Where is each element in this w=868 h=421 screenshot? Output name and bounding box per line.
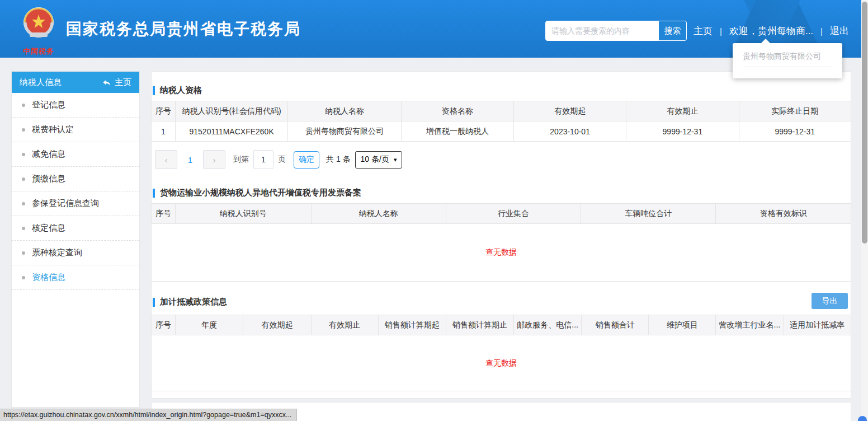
sidebar: 纳税人信息 主页 登记信息税费种认定减免信息预缴信息参保登记信息查询核定信息票种… (11, 71, 140, 408)
link-preview-status-bar: https://etax.guizhou.chinatax.gov.cn/xxm… (0, 409, 297, 421)
table-cell: 增值税一般纳税人 (401, 121, 513, 142)
sidebar-header: 纳税人信息 主页 (12, 72, 139, 93)
title-accent-bar (153, 298, 155, 307)
column-header: 有效期起 (243, 315, 311, 335)
sidebar-item-label: 资格信息 (32, 272, 65, 283)
sidebar-item[interactable]: 资格信息 (12, 265, 139, 290)
top-nav: 主页 | 欢迎，贵州每物商... | 退出 (694, 25, 849, 38)
goto-suffix-label: 页 (278, 155, 286, 165)
table-cell: 贵州每物商贸有限公司 (288, 121, 402, 142)
column-header: 年度 (176, 315, 243, 335)
title-accent-bar (153, 86, 155, 95)
sidebar-item[interactable]: 参保登记信息查询 (12, 191, 139, 216)
header-search: 搜索 (545, 21, 687, 41)
column-header: 纳税人识别号 (176, 204, 312, 224)
column-header: 序号 (152, 101, 176, 121)
column-header: 纳税人名称 (311, 204, 446, 224)
main-panel: 纳税人资格 序号纳税人识别号(社会信用代码)纳税人名称资格名称有效期起有效期止实… (151, 71, 851, 399)
column-header: 行业集合 (446, 204, 581, 224)
bullet-icon (22, 153, 25, 156)
sidebar-item-label: 核定信息 (32, 223, 65, 233)
prev-page-button[interactable]: ‹ (155, 150, 177, 169)
column-header: 销售额合计 (582, 315, 649, 335)
page-number-input[interactable] (253, 150, 273, 169)
column-header: 有效期止 (311, 315, 378, 335)
sidebar-item[interactable]: 减免信息 (12, 142, 139, 167)
search-button[interactable]: 搜索 (658, 21, 686, 40)
column-header: 邮政服务、电信... (514, 315, 582, 335)
scrollbar-thumb[interactable] (862, 2, 867, 244)
bullet-icon (22, 276, 25, 279)
sidebar-item[interactable]: 核定信息 (12, 216, 139, 241)
nav-logout-link[interactable]: 退出 (830, 25, 849, 38)
floating-widget[interactable] (858, 416, 867, 421)
sidebar-item[interactable]: 预缴信息 (12, 167, 139, 191)
total-count-label: 共 1 条 (326, 155, 351, 165)
column-header: 资格有效标识 (716, 204, 851, 224)
site-title: 国家税务总局贵州省电子税务局 (66, 18, 301, 40)
column-header: 纳税人识别号(社会信用代码) (176, 101, 288, 121)
section-title-deduction-policy: 加计抵减政策信息 (153, 297, 227, 307)
bullet-icon (22, 251, 25, 255)
no-data-text: 查无数据 (152, 335, 851, 391)
bullet-icon (22, 202, 25, 205)
qualification-table: 序号纳税人识别号(社会信用代码)纳税人名称资格名称有效期起有效期止实际终止日期1… (152, 101, 851, 142)
column-header: 实际终止日期 (739, 101, 851, 121)
current-page[interactable]: 1 (177, 155, 203, 165)
company-name[interactable]: 贵州每物商贸有限公司 (733, 43, 842, 62)
sidebar-item[interactable]: 税费种认定 (12, 118, 139, 142)
page-scrollbar[interactable] (861, 0, 868, 421)
next-page-button[interactable]: › (203, 150, 225, 169)
sidebar-item-label: 参保登记信息查询 (32, 198, 99, 209)
sidebar-menu: 登记信息税费种认定减免信息预缴信息参保登记信息查询核定信息票种核定查询资格信息 (12, 93, 139, 290)
column-header: 车辆吨位合计 (581, 204, 716, 224)
column-header: 销售额计算期止 (446, 315, 513, 335)
table-cell: 9999-12-31 (739, 121, 851, 142)
popup-arrow (761, 39, 771, 44)
sidebar-item-label: 减免信息 (32, 149, 65, 160)
page-size-select[interactable]: 10 条/页 ▾ (355, 151, 403, 169)
sidebar-title: 纳税人信息 (20, 77, 62, 88)
table-cell: 2023-10-01 (514, 121, 626, 142)
column-header: 维护项目 (649, 315, 716, 335)
column-header: 适用加计抵减率 (784, 315, 851, 335)
export-button[interactable]: 导出 (812, 293, 848, 309)
sidebar-item[interactable]: 票种核定查询 (12, 241, 139, 265)
deduction-policy-table: 序号年度有效期起有效期止销售额计算期起销售额计算期止邮政服务、电信...销售额合… (152, 315, 851, 391)
sidebar-item-label: 税费种认定 (32, 124, 74, 135)
sidebar-item[interactable]: 登记信息 (12, 93, 139, 118)
nav-home-link[interactable]: 主页 (694, 25, 713, 38)
table-cell: 91520111MACXFE260K (176, 121, 288, 142)
column-header: 纳税人名称 (288, 101, 402, 121)
bullet-icon (22, 128, 25, 132)
no-data-text: 查无数据 (152, 224, 851, 282)
column-header: 序号 (152, 204, 176, 224)
sidebar-item-label: 票种核定查询 (32, 247, 82, 258)
freight-filing-table: 序号纳税人识别号纳税人名称行业集合车辆吨位合计资格有效标识查无数据 (152, 203, 851, 282)
sidebar-home-link[interactable]: 主页 (102, 77, 131, 88)
tax-bureau-logo: 中国税务 (17, 3, 60, 57)
tax-emblem-icon (18, 3, 59, 44)
column-header: 有效期止 (626, 101, 739, 121)
popup-divider (743, 67, 832, 67)
table-cell: 9999-12-31 (626, 121, 739, 142)
bullet-icon (22, 227, 25, 230)
section-title-qualification: 纳税人资格 (153, 85, 851, 96)
table-row: 191520111MACXFE260K贵州每物商贸有限公司增值税一般纳税人202… (152, 121, 851, 142)
top-header: 中国税务 国家税务总局贵州省电子税务局 搜索 主页 | 欢迎，贵州每物商... … (0, 0, 861, 58)
search-input[interactable] (546, 21, 658, 40)
nav-separator: | (720, 26, 722, 36)
confirm-page-button[interactable]: 确定 (294, 151, 319, 169)
table-cell: 1 (152, 121, 176, 142)
column-header: 资格名称 (401, 101, 513, 121)
goto-prefix-label: 到第 (233, 155, 249, 165)
sidebar-item-label: 登记信息 (32, 100, 65, 110)
nav-welcome-link[interactable]: 欢迎，贵州每物商... (729, 25, 813, 38)
user-dropdown-popup: 贵州每物商贸有限公司 (733, 43, 842, 78)
title-accent-bar (153, 189, 155, 198)
pagination: ‹ 1 › 到第 页 确定 共 1 条 10 条/页 ▾ (155, 150, 851, 169)
bullet-icon (22, 104, 25, 107)
chevron-down-icon: ▾ (394, 156, 397, 163)
column-header: 序号 (152, 315, 176, 335)
column-header: 有效期起 (514, 101, 626, 121)
